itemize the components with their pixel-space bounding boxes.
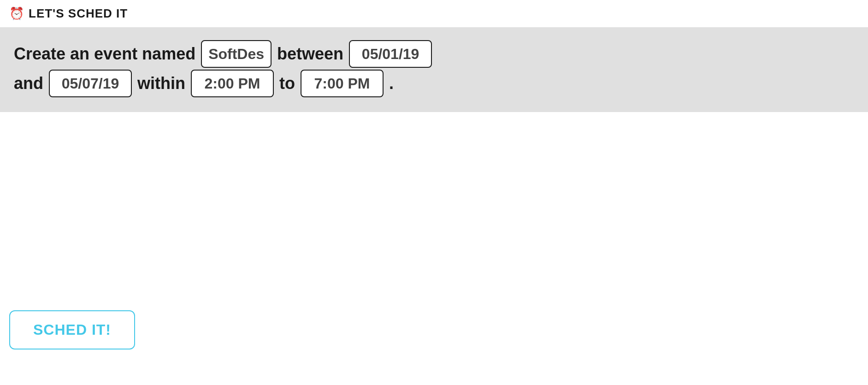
banner-line-2: and 05/07/19 within 2:00 PM to 7:00 PM . — [14, 70, 854, 97]
end-date-input[interactable]: 05/07/19 — [49, 70, 132, 97]
main-content — [0, 112, 868, 296]
banner-text-within: within — [137, 71, 185, 96]
end-time-input[interactable]: 7:00 PM — [301, 70, 384, 97]
clock-icon: ⏰ — [9, 6, 24, 21]
banner-text-and: and — [14, 71, 43, 96]
event-form-banner: Create an event named SoftDes between 05… — [0, 27, 868, 112]
banner-text-create: Create an event named — [14, 41, 195, 66]
banner-line-1: Create an event named SoftDes between 05… — [14, 40, 854, 68]
banner-text-between: between — [277, 41, 343, 66]
event-name-input[interactable]: SoftDes — [201, 40, 272, 68]
start-time-input[interactable]: 2:00 PM — [191, 70, 274, 97]
banner-text-to: to — [279, 71, 295, 96]
app-title: LET'S SCHED IT — [29, 6, 128, 21]
start-date-input[interactable]: 05/01/19 — [349, 40, 432, 68]
app-header: ⏰ LET'S SCHED IT — [0, 0, 868, 27]
banner-text-period: . — [389, 71, 394, 96]
sched-it-button[interactable]: SCHED IT! — [9, 310, 135, 349]
